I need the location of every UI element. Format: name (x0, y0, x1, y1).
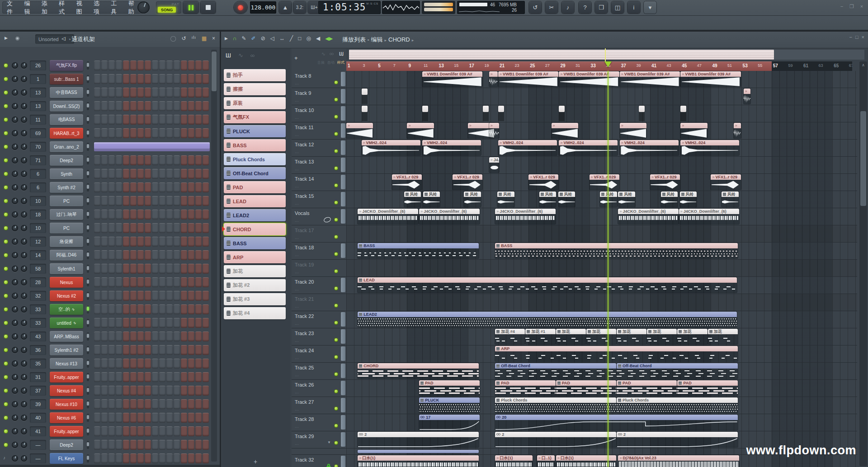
clip-风铃[interactable]: 风铃 (680, 191, 697, 207)
channel-mute-led[interactable] (4, 321, 8, 325)
pattern-Off-Beat Chord[interactable]: Off-Beat Chord (224, 167, 286, 179)
channel-volume-knob[interactable] (21, 266, 27, 272)
channel-volume-knob[interactable] (21, 144, 27, 150)
step-cell[interactable] (123, 61, 129, 70)
step-cell[interactable] (152, 372, 158, 382)
channel-pan-knob[interactable] (12, 198, 18, 204)
step-cell[interactable] (159, 264, 165, 274)
options-arrow-icon[interactable]: ▶ (5, 36, 8, 40)
clip-Pluck Chords[interactable]: Pluck Chords (495, 397, 616, 413)
step-cell[interactable] (152, 237, 158, 247)
channel-target-slider[interactable] (87, 102, 89, 110)
channel-pan-knob[interactable] (12, 306, 18, 313)
channel-target-slider[interactable] (87, 292, 89, 300)
picker-tab-patterns-icon[interactable]: Ш (226, 52, 231, 59)
step-cell[interactable] (101, 413, 108, 423)
channel-mute-led[interactable] (4, 185, 8, 190)
track-mute-led[interactable] (334, 286, 338, 290)
clip-口..1)[interactable]: »口..1) (537, 455, 555, 467)
channel-volume-knob[interactable] (21, 225, 27, 231)
step-cell[interactable] (188, 74, 194, 84)
step-cell[interactable] (130, 101, 137, 111)
clip-风铃[interactable]: 风铃 (722, 191, 739, 207)
clip-VFX1..r 029[interactable]: »VFX1..r 029 (711, 174, 741, 190)
track-color-strip[interactable] (341, 312, 345, 327)
channel-number[interactable]: 70 (30, 142, 46, 152)
step-cell[interactable] (203, 277, 209, 287)
info-icon[interactable]: i (627, 1, 640, 14)
channel-button-中音BASS[interactable]: 中音BASS (50, 87, 83, 98)
step-cell[interactable] (123, 345, 129, 355)
step-cell[interactable] (108, 88, 115, 98)
channel-pan-knob[interactable] (12, 117, 18, 123)
playhead-marker[interactable] (604, 61, 612, 67)
piano-roll-preview[interactable] (94, 142, 210, 151)
clip-风铃[interactable]: 风铃 (497, 191, 514, 207)
download-icon[interactable]: ▾ (644, 1, 656, 14)
channel-target-slider[interactable] (87, 305, 89, 313)
step-cell[interactable] (152, 223, 158, 233)
track-header[interactable]: Track 21⋯ (292, 294, 346, 311)
channel-mute-led[interactable] (4, 280, 8, 285)
track-header[interactable]: Track 10⋯ (292, 105, 346, 122)
step-cell[interactable] (94, 426, 100, 436)
clip-风铃[interactable]: 风铃 (600, 191, 617, 207)
clip-VMH2..024[interactable]: »VMH2..024 (362, 140, 420, 155)
track-color-strip[interactable] (341, 364, 345, 378)
step-cell[interactable] (137, 223, 144, 233)
step-cell[interactable] (159, 88, 165, 98)
step-cell[interactable] (166, 182, 173, 192)
step-cell[interactable] (174, 318, 180, 328)
step-cell[interactable] (188, 426, 194, 436)
clip-header[interactable]: PAD (495, 380, 555, 386)
clip-audio[interactable]: » (680, 123, 707, 138)
pattern-BASS[interactable]: BASS (224, 237, 286, 249)
channel-pan-knob[interactable] (12, 442, 18, 448)
swing-knob-icon[interactable]: ◯ (170, 35, 176, 42)
channel-volume-knob[interactable] (21, 360, 27, 367)
clip-风铃[interactable]: 风铃 (618, 191, 635, 207)
step-cell[interactable] (123, 264, 129, 274)
track-mute-led[interactable] (334, 183, 338, 187)
step-cell[interactable] (166, 210, 173, 219)
step-cell[interactable] (152, 128, 158, 138)
channel-button-Sylenth1[interactable]: Sylenth1 (50, 263, 83, 274)
step-cell[interactable] (174, 61, 180, 70)
channel-mute-led[interactable] (4, 172, 8, 176)
channel-mute-led[interactable] (4, 158, 8, 163)
step-cell[interactable] (166, 196, 173, 206)
channel-pan-knob[interactable] (12, 388, 18, 394)
step-cell[interactable] (94, 74, 100, 84)
step-cell[interactable] (101, 399, 108, 409)
close-rack-icon[interactable]: × (212, 35, 215, 42)
step-cell[interactable] (137, 399, 144, 409)
channel-volume-knob[interactable] (21, 211, 27, 218)
step-cell[interactable] (159, 453, 165, 463)
picker-add-button[interactable]: + (254, 458, 257, 465)
track-color-strip[interactable] (341, 278, 345, 292)
track-mute-led[interactable] (334, 235, 338, 239)
channel-rack-scrollbar[interactable] (211, 50, 217, 462)
channel-target-slider[interactable] (87, 75, 89, 83)
bell-icon[interactable]: ♪ (3, 455, 8, 460)
channel-number[interactable]: 13 (30, 101, 46, 111)
step-cell[interactable] (174, 345, 180, 355)
step-cell[interactable] (145, 332, 151, 341)
step-cell[interactable] (174, 182, 180, 192)
step-cell[interactable] (101, 318, 108, 328)
step-cell[interactable] (159, 426, 165, 436)
clip-Off-Beat Chord[interactable]: Off-Beat Chord (617, 363, 738, 378)
pause-button[interactable] (183, 1, 198, 14)
step-cell[interactable] (174, 372, 180, 382)
step-cell[interactable] (145, 101, 151, 111)
pat-label[interactable]: PAT (172, 2, 179, 6)
channel-target-slider[interactable] (87, 373, 89, 381)
clip-header[interactable]: »J4CKO_Downlifter_(6) (679, 209, 739, 214)
track-header[interactable]: Track 25⋯ (292, 363, 346, 380)
step-cell[interactable] (195, 182, 202, 192)
step-cell[interactable] (130, 210, 137, 219)
clip-J4CKO_Downlifter_(6)[interactable]: »J4CKO_Downlifter_(6) (419, 209, 479, 224)
channel-mute-led[interactable] (4, 77, 8, 81)
step-cell[interactable] (181, 318, 187, 328)
step-cell[interactable] (181, 74, 187, 84)
